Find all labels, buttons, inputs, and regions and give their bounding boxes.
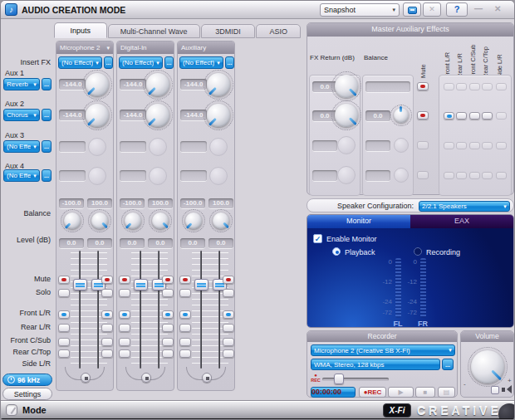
sample-rate-button[interactable]: 96 kHz [2,374,52,386]
aux1-send-knob[interactable] [146,73,169,96]
front-csub-toggle[interactable] [101,338,113,346]
channel-link-lock-icon[interactable] [202,373,212,383]
playback-radio[interactable] [332,247,341,256]
volume-mute-checkbox[interactable] [491,386,499,394]
channel-strip-header[interactable]: Digital-In ▾ [117,42,174,54]
aux1-effect-dropdown[interactable]: Reverb ▾ [3,78,40,90]
front-csub-toggle[interactable] [58,338,70,346]
master-mute-toggle[interactable] [417,111,429,120]
minimize-button[interactable]: — [474,4,483,13]
front-csub-toggle[interactable] [179,338,191,346]
tab-monitor[interactable]: Monitor [307,215,410,228]
level-right-value[interactable]: 0.0 [87,238,112,248]
level-right-value[interactable]: 0.0 [148,238,173,248]
rear-lr-toggle[interactable] [179,324,191,332]
tab-asio[interactable]: ASIO [256,24,301,38]
route-front-lr-toggle[interactable] [444,112,454,120]
balance-right-knob[interactable] [213,212,229,229]
mute-toggle[interactable] [58,276,70,284]
aux2-effect-dropdown[interactable]: Chorus ▾ [3,109,40,121]
insert-fx-browse-button[interactable]: ... [225,56,234,69]
mute-toggle[interactable] [119,276,130,284]
enable-monitor-checkbox[interactable]: ✓ [313,234,322,243]
tab-eax[interactable]: EAX [410,215,513,228]
balance-right-value[interactable]: 100.0 [148,198,173,208]
balance-left-value[interactable]: -100.0 [59,198,84,208]
volume-knob[interactable] [471,350,504,383]
tab-3dmidi[interactable]: 3DMIDI [201,24,256,38]
solo-toggle[interactable] [179,289,191,297]
channel-link-lock-icon[interactable] [81,373,91,383]
balance-left-value[interactable]: -100.0 [120,198,145,208]
solo-toggle[interactable] [162,289,174,297]
level-left-value[interactable]: 0.0 [120,238,145,248]
solo-toggle[interactable] [223,289,234,297]
help-button[interactable]: ? [446,2,468,17]
channel-strip-header[interactable]: Microphone 2 ▾ [56,42,113,54]
rear-ctop-toggle[interactable] [58,349,70,358]
master-balance-knob[interactable] [394,108,409,123]
rear-ctop-toggle[interactable] [101,349,113,358]
fader-handle[interactable] [194,279,208,291]
rec-level-slider-handle[interactable] [334,374,344,384]
front-lr-toggle[interactable] [58,310,70,319]
record-button[interactable]: ●REC [359,387,386,398]
level-fader-left[interactable] [131,251,150,374]
aux4-effect-dropdown[interactable]: (No Effe... ▾ [3,169,40,182]
front-csub-toggle[interactable] [119,338,130,346]
rear-ctop-toggle[interactable] [223,349,234,358]
rear-lr-toggle[interactable] [119,324,130,332]
channel-link-lock-icon[interactable] [141,373,151,383]
close-button[interactable]: ✕ [494,4,501,13]
fx-return-knob[interactable] [335,104,358,127]
solo-toggle[interactable] [101,289,113,297]
level-left-value[interactable]: 0.0 [59,238,84,248]
aux3-effect-dropdown[interactable]: (No Effe... ▾ [3,140,40,153]
fx-return-knob[interactable] [335,75,358,98]
aux4-browse-button[interactable]: ... [42,169,52,182]
balance-left-knob[interactable] [125,212,141,229]
recorder-source-dropdown[interactable]: Microphone 2 (Creative SB X-Fi) ▾ [311,344,455,356]
level-fader-left[interactable] [71,251,89,374]
fader-handle[interactable] [73,279,87,291]
master-balance-value[interactable]: 0.0 [365,110,390,121]
front-lr-toggle[interactable] [119,310,130,319]
mute-toggle[interactable] [179,276,191,284]
level-left-value[interactable]: 0.0 [180,238,205,248]
aux2-browse-button[interactable]: ... [42,109,52,121]
speaker-config-dropdown[interactable]: 2/2.1 Speakers ▾ [419,201,510,212]
aux1-send-knob[interactable] [86,73,109,96]
snapshot-combo[interactable]: Snapshot ▾ [320,3,400,17]
front-csub-toggle[interactable] [162,338,174,346]
solo-toggle[interactable] [119,289,130,297]
settings-button[interactable]: Settings [2,388,52,400]
rear-lr-toggle[interactable] [58,324,70,332]
insert-fx-dropdown[interactable]: (No Effect) ▾ [119,56,163,69]
front-csub-toggle[interactable] [223,338,234,346]
insert-fx-dropdown[interactable]: (No Effect) ▾ [58,56,102,69]
aux2-send-knob[interactable] [207,104,230,127]
recorder-format-dropdown[interactable]: WMA, Stereo, 128 kbps [311,359,440,370]
level-right-value[interactable]: 0.0 [208,238,233,248]
aux1-send-knob[interactable] [207,73,230,96]
front-lr-toggle[interactable] [179,310,191,319]
channel-strip-header[interactable]: Auxiliary ▾ [178,42,234,54]
mute-toggle[interactable] [101,276,113,284]
balance-right-value[interactable]: 100.0 [87,198,112,208]
aux2-send-knob[interactable] [146,104,169,127]
rec-level-slider[interactable] [322,378,389,381]
recorder-format-browse-button[interactable]: ... [442,359,454,370]
recording-radio[interactable] [414,247,422,256]
balance-left-value[interactable]: -100.0 [180,198,205,208]
rear-lr-toggle[interactable] [162,324,174,332]
balance-right-knob[interactable] [152,212,169,229]
balance-left-knob[interactable] [185,212,202,229]
aux2-send-knob[interactable] [86,104,109,127]
rear-ctop-toggle[interactable] [179,349,191,358]
rear-ctop-toggle[interactable] [162,349,174,358]
front-lr-toggle[interactable] [162,310,174,319]
tab-multi-channel-wave[interactable]: Multi-Channel Wave [108,24,200,38]
balance-right-knob[interactable] [91,212,108,229]
mute-toggle[interactable] [162,276,174,284]
solo-toggle[interactable] [58,289,70,297]
